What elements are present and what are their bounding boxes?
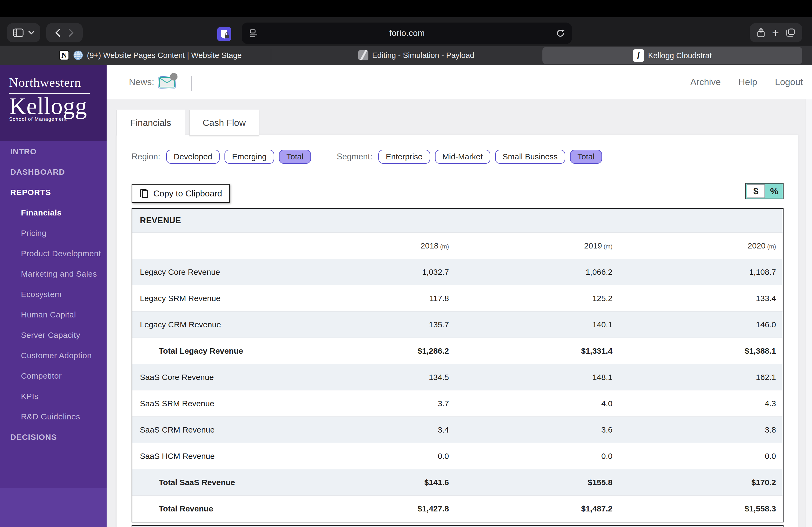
sidebar-footer: [0, 488, 106, 527]
next-table-edge: [132, 525, 784, 527]
row-label: Legacy CRM Revenue: [132, 320, 292, 329]
header-divider: [191, 76, 192, 91]
sidebar-nav: INTRODASHBOARDREPORTSFinancialsPricingPr…: [0, 147, 106, 453]
table-row-legacy-core-revenue: Legacy Core Revenue1,032.71,066.21,108.7: [132, 259, 783, 285]
row-label: Total Revenue: [132, 504, 292, 513]
row-value: $1,427.8: [292, 504, 456, 513]
favorites-tab-strip: N (9+) Website Pages Content | Website S…: [0, 46, 812, 65]
row-label: Total SaaS Revenue: [132, 478, 292, 487]
sidebar-item-kpis[interactable]: KPIs: [0, 392, 106, 401]
notification-badge: [170, 73, 177, 80]
row-label: SaaS SRM Revenue: [132, 399, 292, 408]
row-value: 4.0: [456, 399, 619, 408]
sidebar-item-pricing[interactable]: Pricing: [0, 229, 106, 238]
tab-kellogg-cloudstrat[interactable]: / Kellogg Cloudstrat: [542, 47, 802, 64]
row-value: 1,066.2: [456, 268, 619, 277]
segment-pill-mid-market[interactable]: Mid-Market: [435, 150, 490, 164]
row-value: 148.1: [456, 373, 619, 382]
unit-toggle[interactable]: $%: [745, 183, 784, 199]
table-row-saas-srm-revenue: SaaS SRM Revenue3.74.04.3: [132, 390, 783, 417]
url-text[interactable]: forio.com: [258, 28, 556, 38]
row-value: 3.7: [292, 399, 456, 408]
archive-link[interactable]: Archive: [690, 77, 721, 87]
table-row-legacy-crm-revenue: Legacy CRM Revenue135.7140.1146.0: [132, 311, 783, 337]
sidebar-item-human-capital[interactable]: Human Capital: [0, 310, 106, 319]
share-icon[interactable]: [757, 28, 765, 37]
segment-pill-enterprise[interactable]: Enterprise: [378, 150, 430, 164]
sidebar-item-customer-adoption[interactable]: Customer Adoption: [0, 351, 106, 360]
tab-divider: [271, 49, 271, 62]
sidebar-item-server-capacity[interactable]: Server Capacity: [0, 331, 106, 340]
scrollbar-track[interactable]: [806, 65, 812, 527]
segment-label: Segment:: [337, 152, 373, 162]
row-label: Legacy SRM Revenue: [132, 294, 292, 303]
forward-button[interactable]: [69, 28, 74, 37]
segment-pill-small-business[interactable]: Small Business: [495, 150, 565, 164]
sidebar-item-reports[interactable]: REPORTS: [0, 188, 106, 197]
reader-view-icon[interactable]: [249, 29, 258, 38]
sidebar-item-intro[interactable]: INTRO: [0, 147, 106, 156]
new-tab-icon[interactable]: +: [772, 29, 779, 37]
browser-toolbar: forio.com +: [0, 17, 812, 46]
unit-option-dollar[interactable]: $: [747, 184, 765, 198]
row-label: SaaS CRM Revenue: [132, 425, 292, 434]
sidebar-toggle-button[interactable]: [7, 23, 40, 42]
row-value: $1,331.4: [456, 346, 619, 356]
tab-financials[interactable]: Financials: [116, 110, 185, 136]
segment-pill-total[interactable]: Total: [570, 150, 602, 164]
row-value: 0.0: [619, 452, 783, 461]
unit-option-percent[interactable]: %: [766, 183, 783, 199]
sidebar-item-r-d-guidelines[interactable]: R&D Guidelines: [0, 412, 106, 421]
sidebar-item-ecosystem[interactable]: Ecosystem: [0, 290, 106, 299]
table-section-header: REVENUE: [132, 209, 783, 232]
row-value: $1,487.2: [456, 504, 619, 513]
row-value: $1,558.3: [619, 504, 783, 513]
globe-icon: [73, 50, 83, 60]
year-column-header: 2019(m): [456, 241, 619, 250]
sidebar-item-marketing-and-sales[interactable]: Marketing and Sales: [0, 269, 106, 278]
url-bar[interactable]: forio.com: [242, 22, 572, 44]
tab-editing-simulation[interactable]: Editing - Simulation - Payload: [295, 46, 537, 65]
filter-row: Region: DevelopedEmergingTotal Segment: …: [132, 150, 607, 164]
sidebar-item-decisions[interactable]: DECISIONS: [0, 433, 106, 442]
revenue-table: REVENUE 2018(m)2019(m)2020(m) Legacy Cor…: [132, 208, 784, 523]
row-value: 162.1: [619, 373, 783, 382]
row-value: 4.3: [619, 399, 783, 408]
copy-icon: [139, 188, 149, 199]
table-row-saas-hcm-revenue: SaaS HCM Revenue0.00.00.0: [132, 443, 783, 469]
copy-to-clipboard-button[interactable]: Copy to Clipboard: [132, 184, 230, 203]
logo-kellogg: Kellogg: [9, 95, 99, 117]
sidebar-item-dashboard[interactable]: DASHBOARD: [0, 167, 106, 177]
kellogg-logo: Northwestern Kellogg School of Managemen…: [0, 65, 106, 141]
sidebar-item-competitor[interactable]: Competitor: [0, 371, 106, 380]
forio-icon: /: [633, 49, 644, 62]
extension-icon[interactable]: [217, 27, 231, 41]
region-pill-emerging[interactable]: Emerging: [224, 150, 274, 164]
row-value: 125.2: [456, 294, 619, 303]
logout-link[interactable]: Logout: [775, 77, 803, 87]
sidebar-item-financials[interactable]: Financials: [0, 208, 106, 217]
sidebar-item-product-development[interactable]: Product Development: [0, 249, 106, 258]
table-row-total-saas-revenue: Total SaaS Revenue$141.6$155.8$170.2: [132, 469, 783, 495]
tab-title: Kellogg Cloudstrat: [648, 51, 712, 60]
reload-icon[interactable]: [556, 29, 565, 38]
table-row-total-legacy-revenue: Total Legacy Revenue$1,286.2$1,331.4$1,3…: [132, 337, 783, 364]
nav-buttons: [46, 23, 83, 42]
tab-cash-flow[interactable]: Cash Flow: [189, 110, 259, 136]
row-value: $170.2: [619, 478, 783, 487]
region-label: Region:: [132, 152, 160, 162]
news-label: News:: [129, 77, 154, 87]
app-header: News: Archive Help Logout: [106, 65, 812, 99]
app-icon: [358, 50, 368, 60]
tab-website-pages[interactable]: N (9+) Website Pages Content | Website S…: [32, 46, 269, 65]
sidebar-panel-icon: [13, 28, 24, 37]
window-actions: +: [750, 23, 802, 42]
tab-overview-icon[interactable]: [786, 28, 795, 37]
macos-menubar: [0, 0, 812, 17]
row-value: 0.0: [456, 452, 619, 461]
help-link[interactable]: Help: [738, 77, 757, 87]
region-pill-total[interactable]: Total: [279, 150, 311, 164]
region-pill-developed[interactable]: Developed: [166, 150, 220, 164]
chevron-down-icon: [28, 31, 34, 35]
back-button[interactable]: [55, 28, 60, 37]
